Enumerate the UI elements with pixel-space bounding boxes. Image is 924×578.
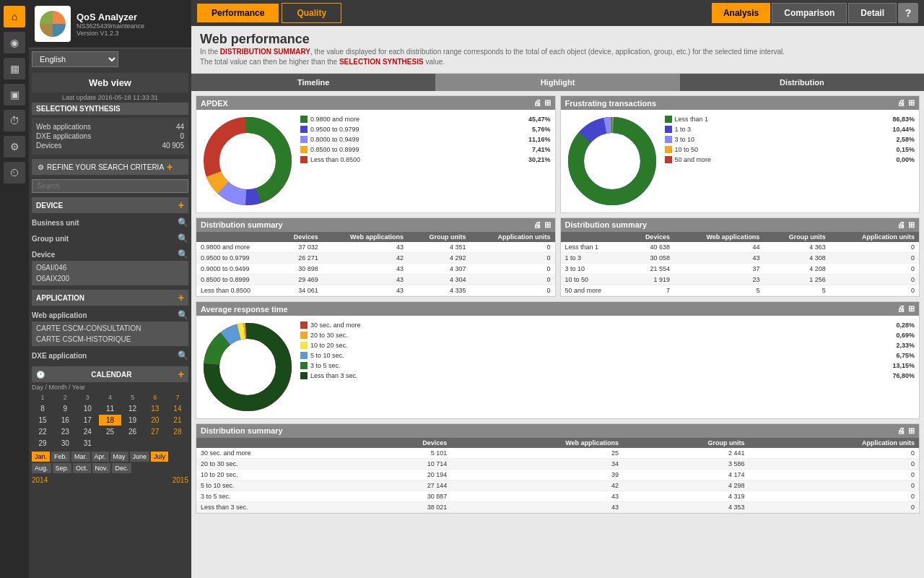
language-select[interactable]: English French German <box>32 51 118 67</box>
app-item[interactable]: CARTE CSCM-CONSULTATION <box>33 323 187 334</box>
top-row: APDEX 🖨 ⊞ <box>196 95 920 213</box>
dist-print-icon[interactable]: 🖨 <box>533 220 541 230</box>
nav-icon-terminal[interactable]: ▦ <box>4 58 25 79</box>
apdex-print-icon[interactable]: 🖨 <box>533 98 541 108</box>
legend-item: 20 to 30 sec. 0,69% <box>300 330 915 340</box>
app-info: QoS Analyzer NS3625439mainteance Version… <box>77 12 144 37</box>
nav-icon-globe[interactable]: ◉ <box>4 32 25 53</box>
app-section-header: APPLICATION + <box>32 290 188 306</box>
app-item[interactable]: CARTE CSCM-HISTORIQUE <box>33 334 187 345</box>
quality-button[interactable]: Quality <box>282 3 341 23</box>
col-appunits-r: Application units <box>830 232 919 242</box>
tab-timeline[interactable]: Timeline <box>191 74 435 91</box>
cal-day[interactable]: 8 <box>32 403 53 414</box>
help-button[interactable]: ? <box>898 3 918 23</box>
month-may[interactable]: May <box>110 452 128 462</box>
refine-button[interactable]: ⚙ REFINE YOUR SEARCH CRITERIA + <box>32 159 188 175</box>
cal-day[interactable]: 9 <box>54 403 76 414</box>
cal-day[interactable]: 26 <box>122 426 144 437</box>
nav-icon-timer[interactable]: ⏲ <box>4 162 25 184</box>
cal-day[interactable]: 13 <box>144 403 166 414</box>
calendar-add-icon[interactable]: + <box>178 368 184 380</box>
calendar-grid: 1 2 3 4 5 6 7 8 9 10 11 12 13 14 15 16 1… <box>32 392 188 449</box>
month-july[interactable]: July <box>151 452 168 462</box>
month-sep[interactable]: Sep. <box>53 463 72 473</box>
avg-print-icon[interactable]: 🖨 <box>897 304 905 314</box>
month-nov[interactable]: Nov. <box>92 463 111 473</box>
frustrating-chart <box>565 114 659 208</box>
nav-icon-home[interactable]: ⌂ <box>4 6 25 27</box>
nav-icon-gear[interactable]: ⚙ <box>4 136 25 158</box>
dist-summary-bottom: Distribution summary 🖨 ⊞ Devices Web app… <box>196 423 920 514</box>
year-2014[interactable]: 2014 <box>32 476 48 484</box>
month-june[interactable]: June <box>130 452 150 462</box>
cal-day[interactable]: 30 <box>54 438 76 449</box>
dist-right-expand-icon[interactable]: ⊞ <box>908 220 915 230</box>
dist-bottom-print-icon[interactable]: 🖨 <box>897 426 905 436</box>
business-unit-search-icon[interactable]: 🔍 <box>178 217 188 228</box>
cal-day[interactable]: 10 <box>77 403 98 414</box>
device-item[interactable]: O6AIX200 <box>33 273 187 284</box>
dist-right-print-icon[interactable]: 🖨 <box>897 220 905 230</box>
legend-color <box>665 126 672 133</box>
apdex-expand-icon[interactable]: ⊞ <box>544 98 551 108</box>
dxe-apps-row: DXE applications 0 <box>36 131 184 141</box>
web-app-search-icon[interactable]: 🔍 <box>178 310 188 320</box>
cal-day-selected[interactable]: 18 <box>99 415 121 426</box>
month-jan[interactable]: Jan. <box>32 452 50 462</box>
cal-day[interactable]: 27 <box>144 426 166 437</box>
cal-day[interactable]: 22 <box>32 426 53 437</box>
cal-day[interactable]: 15 <box>32 415 53 426</box>
col-range-b <box>196 438 359 448</box>
cal-day[interactable]: 20 <box>144 415 166 426</box>
frustrating-body: Less than 1 86,83% 1 to 3 10,44% 3 to 10… <box>561 110 920 212</box>
month-mar[interactable]: Mar. <box>71 452 90 462</box>
legend-color <box>665 116 672 123</box>
table-row: 50 and more7550 <box>561 285 920 296</box>
month-dec[interactable]: Dec. <box>112 463 131 473</box>
cal-day[interactable]: 11 <box>99 403 121 414</box>
year-2015[interactable]: 2015 <box>173 476 188 484</box>
device-add-icon[interactable]: + <box>178 199 184 211</box>
detail-button[interactable]: Detail <box>848 3 897 23</box>
frustrating-print-icon[interactable]: 🖨 <box>897 98 905 108</box>
cal-day[interactable]: 17 <box>77 415 98 426</box>
cal-day[interactable]: 24 <box>77 426 98 437</box>
dist-table-bottom: Devices Web applications Group units App… <box>196 438 919 513</box>
comparison-button[interactable]: Comparison <box>772 3 847 23</box>
dist-bottom-expand-icon[interactable]: ⊞ <box>908 426 915 436</box>
legend-color <box>300 146 308 153</box>
group-unit-search-icon[interactable]: 🔍 <box>178 233 188 243</box>
cal-day[interactable]: 19 <box>122 415 144 426</box>
avg-expand-icon[interactable]: ⊞ <box>908 304 915 314</box>
analysis-button[interactable]: Analysis <box>712 3 770 23</box>
cal-day[interactable]: 31 <box>77 438 98 449</box>
cal-day[interactable]: 23 <box>54 426 76 437</box>
cal-day[interactable]: 21 <box>167 415 188 426</box>
nav-icon-clock[interactable]: ⏱ <box>4 110 25 131</box>
month-oct[interactable]: Oct. <box>73 463 91 473</box>
nav-icon-monitor[interactable]: ▣ <box>4 84 25 105</box>
month-apr[interactable]: Apr. <box>92 452 109 462</box>
month-feb[interactable]: Feb. <box>51 452 70 462</box>
tab-distribution[interactable]: Distribution <box>680 74 924 91</box>
cal-day[interactable]: 16 <box>54 415 76 426</box>
device-item[interactable]: O6AI/046 <box>33 262 187 273</box>
table-row: 0.9000 to 0.949930 898434 3070 <box>196 264 555 275</box>
dxe-search-icon[interactable]: 🔍 <box>178 350 188 361</box>
cal-day[interactable]: 25 <box>99 426 121 437</box>
search-input[interactable] <box>32 179 188 193</box>
app-add-icon[interactable]: + <box>178 292 184 303</box>
frustrating-expand-icon[interactable]: ⊞ <box>908 98 915 108</box>
cal-day[interactable]: 28 <box>167 426 188 437</box>
plus-icon: + <box>167 161 173 173</box>
col-webapps-b: Web applications <box>451 438 623 448</box>
month-aug[interactable]: Aug. <box>32 463 51 473</box>
cal-day[interactable]: 14 <box>167 403 188 414</box>
dist-expand-icon[interactable]: ⊞ <box>544 220 551 230</box>
device-search-icon[interactable]: 🔍 <box>178 249 188 259</box>
cal-day[interactable]: 12 <box>122 403 144 414</box>
cal-day[interactable]: 29 <box>32 438 53 449</box>
tab-highlight[interactable]: Highlight <box>435 74 679 91</box>
performance-button[interactable]: Performance <box>197 4 279 22</box>
